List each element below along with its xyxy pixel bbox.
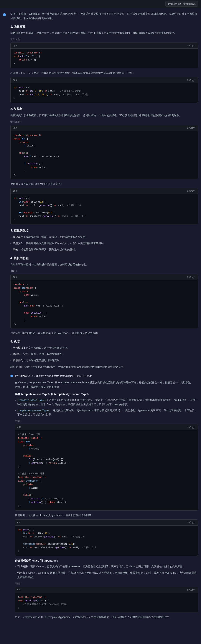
copy-btn-1[interactable]: ⧉ Copy	[186, 44, 196, 47]
section-3-title: 3. 模板的优点	[10, 228, 198, 233]
copy-btn-4[interactable]: ⧉ Copy	[186, 276, 196, 279]
bullet-3-3: • 高效：模板是在编译时展开的，因此没有运行时的开销。	[10, 248, 198, 252]
bullet-dot-3-3: •	[10, 248, 11, 252]
code-block-2: cpp ⧉ Copy template <typename T> class B…	[10, 125, 198, 179]
code-pre-2b: int main() { Box<int> intBox(18); cout <…	[10, 194, 198, 224]
qa-when-bullet-dot-1: •	[15, 565, 16, 569]
code-pre-2: template <typename T> class Box { privat…	[10, 131, 198, 179]
code-lang-4: cpp	[13, 276, 17, 279]
code-block-1b: cpp ⧉ Copy int main() { cout << add(5, 1…	[10, 77, 198, 103]
qa-bullet-1: • template<class Type>：这里的 class 关键字并不属于…	[15, 398, 198, 407]
code-block-header-qa: cpp ⧉ Copy	[15, 424, 198, 430]
copy-label-2: Copy	[189, 126, 195, 129]
code-lang-1b: cpp	[13, 78, 17, 82]
bullet-dot-3-2: •	[10, 242, 11, 246]
copy-label-qa: Copy	[189, 426, 195, 429]
copy-label-1: Copy	[189, 44, 195, 47]
qa-example-label: 示例：	[15, 419, 198, 423]
code-block-header-4: cpp ⧉ Copy	[10, 274, 198, 280]
sidebar	[3, 12, 9, 625]
section-1-title: 1. 函数模板	[10, 24, 198, 29]
copy-btn-qa3[interactable]: ⧉ Copy	[186, 588, 196, 592]
qa-answer-intro: 在 C++ 中，template<class Type> 和 template<…	[15, 380, 198, 389]
copy-btn-1b[interactable]: ⧉ Copy	[186, 78, 196, 82]
copy-icon-qa2: ⧉	[187, 521, 189, 524]
main-content: C++ 中的模板（template）是一种允许编写通用代码的特性，使得通过或类模…	[9, 12, 198, 625]
qa-when-title: 什么时候使用 class 和 typename?	[15, 558, 198, 563]
copy-icon-2b: ⧉	[187, 190, 189, 192]
qa-bullet-dot-1: •	[15, 398, 16, 403]
code-block-qa: cpp ⧉ Copy // 使用 class 语法 template <clas…	[15, 424, 198, 510]
bullet-5-1: • 函数模板：定义一次函数，适用于多种数据类型。	[10, 346, 198, 350]
copy-btn-2[interactable]: ⧉ Copy	[186, 126, 196, 130]
copy-label-1b: Copy	[189, 79, 195, 82]
copy-icon-1: ⧉	[187, 44, 189, 47]
qa-sub1-title: 解释 template<class Type> 和 template<typen…	[15, 392, 198, 396]
section-3: 3. 模板的优点 • 代码复用：模板允许我们编写一次代码，并对多种类型进行复用。…	[10, 228, 198, 252]
qa-bullet-text-2: template<typename Type>：这是更现代的写法，使用 type…	[17, 408, 198, 417]
bullet-text-5-2: 类模板：定义一次类，适用于多种数据类型。	[13, 352, 65, 356]
copy-icon-4: ⧉	[187, 276, 189, 278]
code-block-2b: cpp ⧉ Copy int main() { Box<int> intBox(…	[10, 188, 198, 225]
section-5: 5. 总结 • 函数模板：定义一次函数，适用于多种数据类型。 • 类模板：定义一…	[10, 339, 198, 370]
code-lang-2b: cpp	[13, 189, 17, 193]
bullet-3-2: • 类型安全：在编译时根据具体类型生成对应代码，不会发生类型转换带来的错误。	[10, 241, 198, 246]
qa-when-bullet-1: • 习惯偏好：现代 C++ 中，更多人倾向于使用 typename，因为它在语义…	[15, 564, 198, 569]
copy-icon-1b: ⧉	[187, 79, 189, 82]
qa-when-bullet-2: • 强制点：实际上，typename 还有其他用途，在模板的情况下使用 clas…	[15, 571, 198, 580]
copy-icon-2: ⧉	[187, 126, 189, 129]
code-lang-qa3: cpp	[17, 588, 21, 592]
code-block-4: cpp ⧉ Copy template <> class Box<char> {…	[10, 274, 198, 328]
qa-bullet-dot-2: •	[15, 408, 16, 413]
section-2-desc: 类模板类似于函数模板，但它用于生成处理不同数据类型的类。你可以编写一个通用的类模…	[10, 113, 198, 118]
intro-text: C++ 中的模板（template）是一种允许编写通用代码的特性，使得通过或类模…	[10, 12, 198, 20]
example-label-1: 语法示例：	[10, 38, 198, 42]
bullet-dot-5-2: •	[10, 352, 11, 357]
code-pre-qa3: template <typename T> void printType(T v…	[15, 593, 198, 612]
qa-bullet-text-1: template<class Type>：这里的 class 关键字并不属于类的…	[17, 398, 198, 407]
section-1: 1. 函数模板 函数模板允许你编写一次通用定义，然后用于处理不同类型的数据。通常…	[10, 24, 198, 103]
code-pre-qa2: int main() { Box<int> intBox(18); cout <…	[15, 526, 198, 556]
qa-example-label2: 示例：	[15, 582, 198, 586]
section-4-desc: 有时你可能希望对特定类型进行特殊处理，这时可以使用模板特化。	[10, 262, 198, 267]
bullet-5-3: • 模板特化：允许对特定类型进行特殊实现。	[10, 358, 198, 363]
copy-btn-2b[interactable]: ⧉ Copy	[186, 189, 196, 193]
code-lang-2: cpp	[13, 126, 17, 130]
section-2-title: 2. 类模板	[10, 106, 198, 112]
bullet-text-3-1: 代码复用：模板允许我们编写一次代码，并对多种类型进行复用。	[13, 235, 88, 239]
copy-btn-qa[interactable]: ⧉ Copy	[186, 426, 196, 429]
qa-when-bullet-text-1: 习惯偏好：现代 C++ 中，更多人倾向于使用 typename，因为它在语义上更…	[17, 564, 185, 569]
section-5-after: 模板为 C++ 提供了强大的泛型编程能力，尤其在库开发和需要处理多种数据类型的场…	[10, 365, 198, 370]
qa-question: 对于类模板来说，我有时到到 template<class type>.. 这是什…	[15, 374, 198, 378]
bullet-text-5-1: 函数模板：定义一次函数，适用于多种数据类型。	[13, 346, 70, 350]
bullet-text-3-2: 类型安全：在编译时根据具体类型生成对应代码，不会发生类型转换带来的错误。	[13, 241, 106, 246]
copy-label-qa3: Copy	[189, 588, 195, 591]
code-block-qa3: cpp ⧉ Copy template <typename T> void pr…	[15, 587, 198, 613]
code-lang-1: cpp	[13, 44, 17, 47]
section-2: 2. 类模板 类模板类似于函数模板，但它用于生成处理不同数据类型的类。你可以编写…	[10, 106, 198, 224]
qa-when-bullet-dot-2: •	[15, 571, 16, 576]
copy-label-4: Copy	[189, 276, 195, 278]
qa-when-bullet-text-2: 强制点：实际上，typename 还有其他用途，在模板的情况下使用 class …	[17, 571, 198, 580]
code-lang-qa2: cpp	[17, 521, 21, 524]
top-bar: 为我讲解 C++ 中 template	[0, 0, 201, 8]
section-2-after: 使用时，你可以创建 Box 类的不同类型实例：	[10, 182, 198, 186]
code-block-1: cpp ⧉ Copy template <typename T> void ad…	[10, 42, 198, 68]
code-pre-4: template <> class Box<char> { private: c…	[10, 280, 198, 328]
code-block-header-2: cpp ⧉ Copy	[10, 125, 198, 131]
qa-block: 对于类模板来说，我有时到到 template<class type>.. 这是什…	[10, 374, 198, 622]
example-label-2: 语法示例：	[10, 120, 198, 124]
copy-btn-qa2[interactable]: ⧉ Copy	[186, 521, 196, 524]
code-block-header-qa2: cpp ⧉ Copy	[15, 520, 198, 526]
bullet-dot-3-1: •	[10, 235, 11, 240]
section-1-after: 在这里，T 是一个占位符，代表将传递给函数的类型。编译器会根据实参的类型生成具体…	[10, 71, 198, 75]
code-pre-qa: // 使用 class 语法 template <class T> class …	[15, 430, 198, 510]
code-block-header-1b: cpp ⧉ Copy	[10, 78, 198, 83]
explain-template-btn[interactable]: 为我讲解 C++ 中 template	[165, 1, 198, 7]
section-1-desc: 函数模板允许你编写一次通用定义，然后用于处理不同类型的数据。通常的函数是为某种特…	[10, 31, 198, 35]
code-block-header-2b: cpp ⧉ Copy	[10, 188, 198, 194]
bullet-5-2: • 类模板：定义一次类，适用于多种数据类型。	[10, 352, 198, 357]
qa-content: 对于类模板来说，我有时到到 template<class type>.. 这是什…	[15, 374, 198, 622]
section-4-title: 4. 模板的特化	[10, 256, 198, 261]
qa-bullet-2: • template<typename Type>：这是更现代的写法，使用 ty…	[15, 408, 198, 417]
